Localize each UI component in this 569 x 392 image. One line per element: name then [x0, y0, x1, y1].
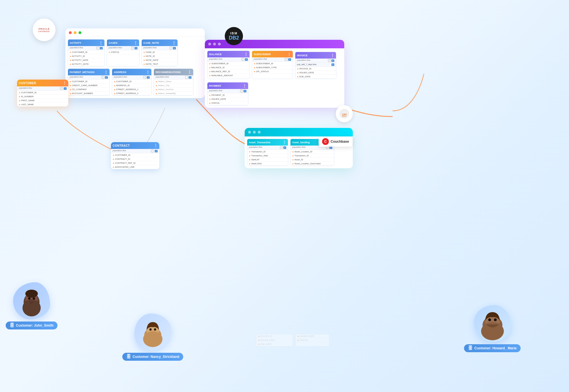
ibm-dot2 [213, 43, 216, 45]
svg-point-5 [22, 299, 41, 316]
ibm-window: BALANCE ⋮ population.flow ✓ 4 SUBSCRIBER… [205, 40, 344, 108]
inv-f1: INVOICE_ID [295, 67, 336, 71]
invoice-table: INVOICE ⋮ population.flow ✓ 4 pop_add_7_… [295, 52, 336, 79]
rec-f2: Station_City [154, 84, 193, 88]
activity-name: ACTIVITY [70, 42, 81, 44]
pay-f3: STATUS [207, 101, 248, 105]
subscriber-cb[interactable]: ✓ [285, 58, 288, 61]
bottom-f4: ISSUED_DATE [296, 334, 329, 338]
couch-dot1 [248, 131, 251, 134]
pm-cb[interactable]: ✓ [102, 76, 104, 79]
payment-menu[interactable]: ⋮ [243, 84, 246, 88]
payment-cb[interactable]: ✓ [240, 90, 243, 92]
act-f2: ACTIVITY_ID [68, 54, 104, 58]
casenote-badge: 4 [173, 47, 176, 49]
at-menu[interactable]: ⋮ [283, 140, 286, 144]
casenote-cb[interactable]: ✓ [170, 47, 172, 49]
rec-popflow: population.flow [156, 76, 169, 79]
cn-f3: NOTE_DATE [142, 58, 178, 62]
address-table: ADDRESS ⋮ population.flow ✓ 2 CUSTOMER_I… [112, 69, 152, 96]
svg-point-16 [488, 318, 491, 321]
balance-badge: 4 [245, 58, 248, 61]
invoice-menu[interactable]: ⋮ [331, 53, 334, 57]
customer-popflow: population.flow [19, 87, 32, 90]
pm-badge: 2 [105, 76, 108, 79]
address-name: ADDRESS [114, 71, 126, 74]
couch-dot2 [253, 131, 256, 134]
contract-popflow: population.flow [113, 150, 126, 152]
customer-badge: 1 [64, 87, 67, 90]
oracle-window: ACTIVITY ⋮ population.flow ✓ 2 CUSTOMER_… [65, 28, 205, 98]
at-badge: 4 [283, 146, 286, 149]
cn-f4: NOTE_TEXT [142, 62, 178, 66]
pay-f2: ISSUED_DATE [207, 97, 248, 101]
svg-point-17 [494, 318, 497, 321]
payment-badge: 5 [244, 90, 246, 92]
act-f1: CUSTOMER_ID [68, 50, 104, 54]
customer-checkbox[interactable]: ✓ [60, 87, 63, 90]
activity-cb[interactable]: ✓ [96, 47, 99, 49]
casenote-name: CASE_NOTE [143, 42, 159, 44]
cases-menu[interactable]: ⋮ [134, 41, 137, 45]
bottom-faded-tables: INVOICE_ID ISSUED_DATE DUE_DATE ISSUED_D… [256, 334, 329, 347]
balance-popflow: population.flow [209, 58, 222, 61]
as-f4: Asset_Location_GeoCoded [290, 162, 334, 166]
cases-cb[interactable]: ✓ [131, 47, 134, 49]
balance-menu[interactable]: ⋮ [244, 52, 248, 56]
address-cb[interactable]: ✓ [143, 76, 146, 79]
commvault-logo: COMM VAULT [336, 105, 353, 122]
customer-menu-icon[interactable]: ⋮ [63, 81, 67, 85]
howard-face [474, 305, 511, 342]
contract-menu-icon[interactable]: ⋮ [154, 143, 158, 148]
oracle-logo-text: ORACLE [38, 28, 50, 30]
pm-f1: CUSTOMER_ID [68, 80, 110, 84]
rec-f1: Station_Name [154, 80, 193, 84]
ibm-text: IBM [230, 32, 238, 35]
at-name: Asset_Transaction [249, 141, 271, 144]
rec-menu[interactable]: ⋮ [188, 70, 191, 74]
oracle-close-dot [69, 31, 72, 34]
contract-checkbox[interactable]: ✓ [151, 150, 154, 152]
payment-methods-table: PAYMENT_METHODS ⋮ population.flow ✓ 2 CU… [68, 69, 110, 96]
db2-text: DB2 [229, 35, 239, 41]
payment-name: PAYMENT [209, 84, 221, 87]
subscriber-name: SUBSCRIBER [254, 53, 271, 56]
at-f2: Transaction_Start [247, 154, 288, 158]
bottom-f3: DUE_DATE [256, 342, 293, 346]
inv-f3: DUE_DATE [295, 75, 336, 79]
cases-popflow: population.flow [109, 47, 122, 49]
activity-menu[interactable]: ⋮ [99, 41, 103, 45]
rec-f3: Station_GeoPos [154, 88, 193, 92]
as-f3: Asset_ID [290, 158, 334, 162]
couch-dot3 [258, 131, 261, 134]
db-icon-nancy: 🗄 [126, 354, 131, 359]
bal-f2: BALANCE_ID [207, 66, 250, 70]
customer-field-customer-id: CUSTOMER_ID [17, 91, 68, 95]
at-f3: StartLAT [247, 158, 288, 162]
oracle-logo: ORACLE DATABASE [33, 18, 55, 41]
oracle-titlebar [65, 28, 205, 37]
invoice-cb[interactable]: ✓ [328, 59, 331, 62]
address-menu[interactable]: ⋮ [146, 70, 150, 74]
invoice-sub-popflow: pop_add_7_days.flow [297, 63, 316, 66]
at-f4: StartLONG [247, 162, 288, 166]
casenote-menu[interactable]: ⋮ [172, 41, 176, 45]
asset-transaction-table: Asset_Transaction ⋮ population.flow ✓ 4 … [247, 139, 288, 166]
act-f3: ACTIVITY_DATE [68, 58, 104, 62]
nancy-face [137, 316, 168, 348]
pm-menu[interactable]: ⋮ [104, 70, 108, 74]
at-cb[interactable]: ✓ [280, 146, 283, 149]
svg-point-8 [25, 290, 38, 298]
couchbase-window: Asset_Transaction ⋮ population.flow ✓ 4 … [245, 128, 353, 168]
balance-cb[interactable]: ✓ [242, 58, 244, 61]
subscriber-table: SUBSCRIBER ⋮ population.flow ✓ 3 SUBSCRI… [252, 51, 293, 79]
nancy-label: 🗄 Customer: Nancy_Strickland [122, 353, 183, 361]
cases-name: CASES [109, 42, 117, 44]
ibm-tables-container: BALANCE ⋮ population.flow ✓ 4 SUBSCRIBER… [205, 48, 344, 108]
subscriber-menu[interactable]: ⋮ [287, 52, 291, 56]
rec-cb[interactable] [185, 76, 188, 79]
couchbase-name: Couchbase [331, 140, 349, 144]
db-icon-john: 🗄 [10, 323, 14, 328]
activity-table: ACTIVITY ⋮ population.flow ✓ 2 CUSTOMER_… [68, 39, 105, 67]
contract-badge: 2 [155, 150, 158, 152]
